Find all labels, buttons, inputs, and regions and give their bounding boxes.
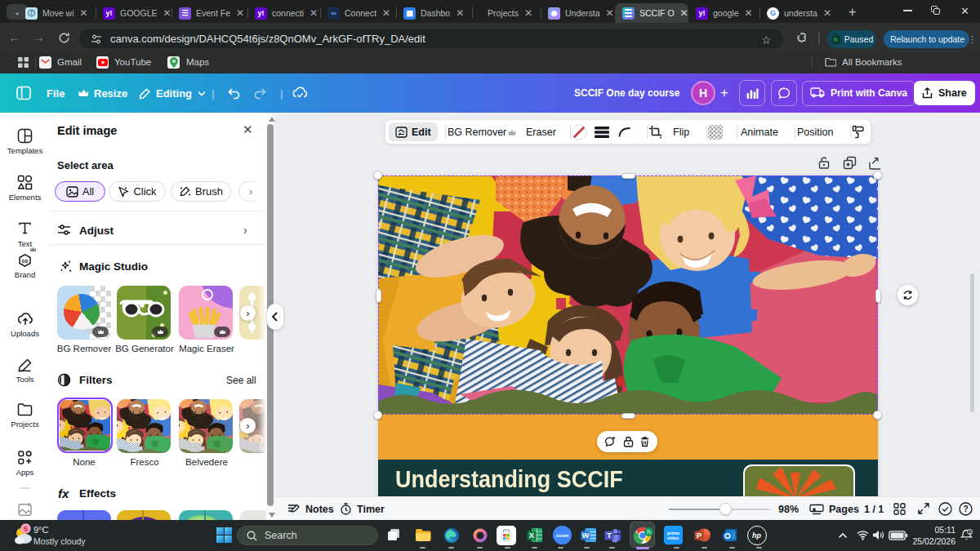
svg-text:co: co xyxy=(22,258,29,264)
svg-text:X: X xyxy=(528,531,534,540)
svg-text:W: W xyxy=(581,531,589,540)
svg-text:T: T xyxy=(607,531,612,540)
svg-text:5: 5 xyxy=(24,525,28,533)
svg-text:2: 2 xyxy=(969,530,971,535)
svg-text:P: P xyxy=(696,531,702,540)
svg-text:?: ? xyxy=(963,504,968,513)
